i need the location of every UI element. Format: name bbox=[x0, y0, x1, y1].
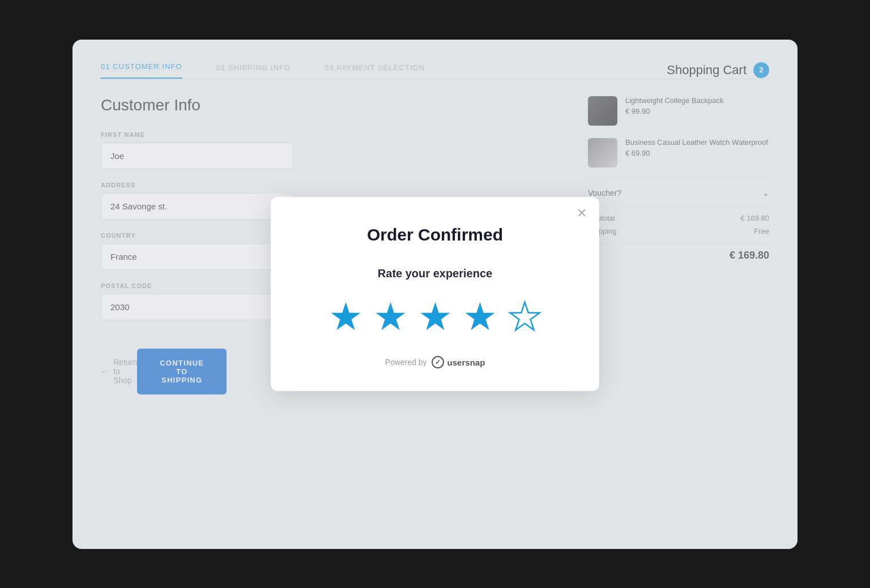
browser-window: 01 CUSTOMER INFO 02 SHIPPING INFO 03 PAY… bbox=[72, 40, 798, 549]
powered-by: Powered by ✓ usersnap bbox=[305, 356, 565, 368]
usersnap-brand-name: usersnap bbox=[447, 358, 485, 367]
usersnap-icon: ✓ bbox=[432, 356, 444, 368]
modal-subtitle: Rate your experience bbox=[305, 267, 565, 280]
star-3[interactable]: ★ bbox=[418, 297, 453, 336]
stars-row: ★ ★ ★ ★ ★ bbox=[305, 297, 565, 336]
powered-by-text: Powered by bbox=[385, 358, 427, 367]
star-4[interactable]: ★ bbox=[463, 297, 497, 336]
star-2[interactable]: ★ bbox=[373, 297, 408, 336]
modal-overlay: ✕ Order Confirmed Rate your experience ★… bbox=[72, 40, 798, 549]
star-1[interactable]: ★ bbox=[329, 297, 363, 336]
modal-title: Order Confirmed bbox=[305, 225, 565, 244]
order-confirmed-modal: ✕ Order Confirmed Rate your experience ★… bbox=[271, 197, 599, 391]
usersnap-logo: ✓ usersnap bbox=[432, 356, 485, 368]
star-5[interactable]: ★ bbox=[508, 297, 542, 336]
modal-close-button[interactable]: ✕ bbox=[577, 207, 587, 220]
